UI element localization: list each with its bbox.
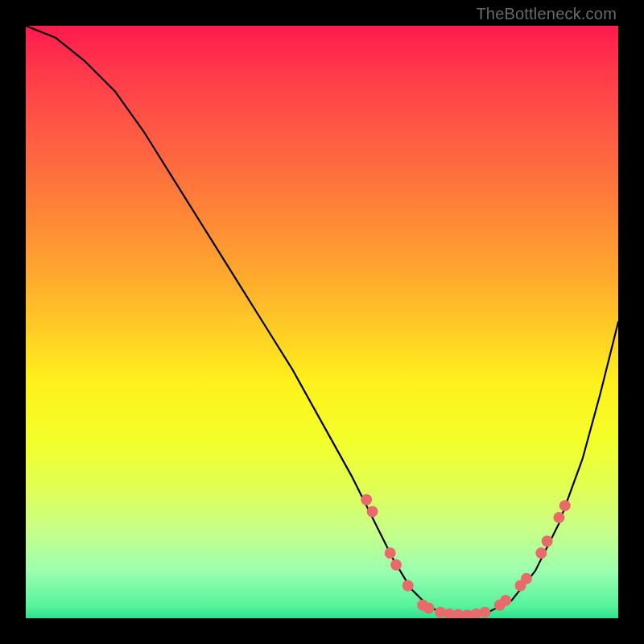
- curve-marker: [402, 580, 414, 592]
- curve-marker: [553, 512, 564, 523]
- watermark-text: TheBottleneck.com: [476, 5, 617, 23]
- curve-marker: [479, 607, 490, 618]
- curve-marker: [500, 595, 511, 606]
- curve-marker: [559, 500, 571, 511]
- curve-markers: [361, 494, 571, 618]
- chart-container: TheBottleneck.com: [0, 0, 644, 644]
- curve-marker: [390, 559, 402, 571]
- curve-marker: [367, 506, 378, 518]
- chart-svg: [26, 26, 618, 618]
- plot-area: [26, 26, 618, 618]
- curve-marker: [361, 494, 372, 506]
- curve-marker: [535, 547, 547, 559]
- curve-marker: [385, 547, 396, 559]
- curve-line: [26, 26, 618, 615]
- curve-marker: [542, 535, 553, 547]
- curve-marker: [521, 573, 532, 584]
- curve-marker: [423, 602, 434, 613]
